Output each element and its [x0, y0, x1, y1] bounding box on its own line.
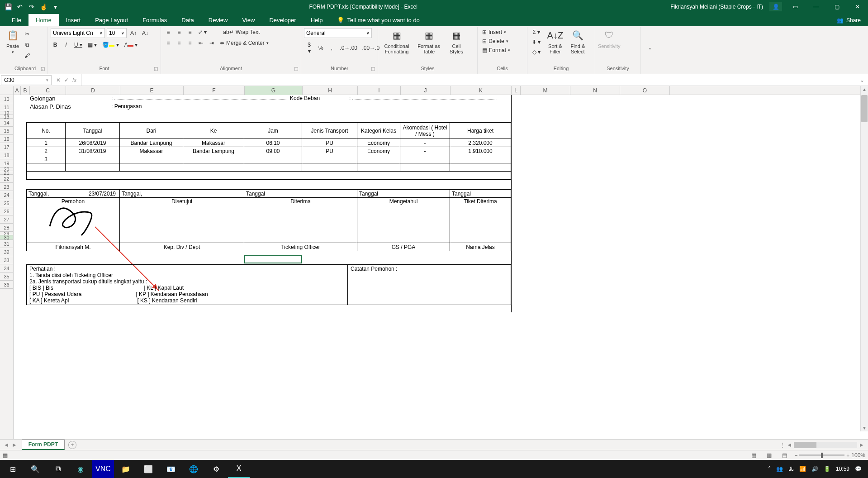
fill-color-button[interactable]: 🪣 ▾: [100, 41, 120, 49]
col-header[interactable]: M: [521, 86, 570, 95]
format-painter-icon[interactable]: 🖌: [23, 52, 32, 60]
row-header[interactable]: 27: [0, 215, 13, 224]
task-view-icon[interactable]: ⧉: [47, 460, 69, 478]
dialog-launcher-icon[interactable]: ◲: [154, 66, 158, 71]
minimize-icon[interactable]: —: [806, 0, 826, 14]
add-sheet-button[interactable]: +: [68, 441, 76, 449]
merge-center-button[interactable]: ⬌Merge & Center▾: [218, 39, 270, 47]
sensitivity-button[interactable]: 🛡Sensitivity: [598, 28, 621, 49]
row-header[interactable]: 31: [0, 240, 13, 248]
zoom-control[interactable]: − + 100%: [794, 452, 865, 459]
font-name-select[interactable]: Univers Light Cn∨: [51, 28, 105, 38]
comma-icon[interactable]: ,: [327, 44, 336, 52]
row-header[interactable]: 14: [0, 119, 13, 127]
page-break-view-icon[interactable]: ▤: [779, 452, 790, 459]
row-header[interactable]: 36: [0, 281, 13, 289]
col-header[interactable]: C: [30, 86, 66, 95]
wrap-text-button[interactable]: ab↵Wrap Text: [221, 28, 261, 36]
taskbar-app[interactable]: ◉: [70, 460, 91, 478]
col-header[interactable]: I: [358, 86, 401, 95]
undo-icon[interactable]: ↶: [15, 3, 24, 10]
col-header[interactable]: D: [66, 86, 120, 95]
format-cells-button[interactable]: ▦Format▾: [480, 46, 512, 54]
collapse-ribbon-button[interactable]: ˄: [640, 27, 659, 74]
row-header[interactable]: 13: [0, 115, 13, 119]
save-icon[interactable]: 💾: [4, 3, 13, 10]
col-header[interactable]: F: [184, 86, 245, 95]
cells-area[interactable]: Golongan : Kode Beban : Alasan P. Dinas …: [14, 95, 860, 431]
align-bottom-icon[interactable]: ≡: [185, 28, 194, 36]
tab-developer[interactable]: Developer: [262, 14, 303, 26]
clear-icon[interactable]: ◇ ▾: [530, 48, 542, 56]
zoom-in-icon[interactable]: +: [846, 452, 849, 459]
macro-record-icon[interactable]: ▦: [3, 452, 8, 459]
sheet-nav-prev-icon[interactable]: ◄: [4, 442, 9, 448]
increase-decimal-icon[interactable]: .0→.00: [338, 44, 358, 52]
share-button[interactable]: 👥Share: [830, 14, 868, 26]
row-header[interactable]: 22: [0, 175, 13, 183]
paste-button[interactable]: 📋 Paste ▾: [5, 28, 20, 54]
col-header[interactable]: G: [245, 86, 303, 95]
search-icon[interactable]: 🔍: [24, 460, 46, 478]
user-name[interactable]: Fikriansyah Meilani (Staple Crops - IT): [667, 4, 767, 10]
increase-font-icon[interactable]: A↑: [128, 29, 138, 37]
taskbar-app[interactable]: VNC: [92, 460, 114, 478]
zoom-out-icon[interactable]: −: [794, 452, 797, 459]
tab-data[interactable]: Data: [174, 14, 201, 26]
scrollbar-thumb[interactable]: [861, 95, 868, 122]
tell-me[interactable]: 💡Tell me what you want to do: [330, 14, 427, 26]
row-header[interactable]: 26: [0, 207, 13, 215]
qat-more-icon[interactable]: ▾: [51, 3, 60, 10]
autosum-icon[interactable]: Σ ▾: [530, 28, 542, 36]
col-header[interactable]: B: [21, 86, 30, 95]
row-header[interactable]: 23: [0, 183, 13, 191]
tab-review[interactable]: Review: [201, 14, 235, 26]
horizontal-scrollbar[interactable]: [794, 442, 857, 448]
tab-page-layout[interactable]: Page Layout: [88, 14, 135, 26]
avatar[interactable]: 👤: [769, 2, 782, 11]
taskbar-app[interactable]: ⬜: [138, 460, 159, 478]
maximize-icon[interactable]: ▢: [826, 0, 847, 14]
find-select-button[interactable]: 🔍Find & Select: [568, 28, 588, 54]
align-top-icon[interactable]: ≡: [164, 28, 173, 36]
insert-cells-button[interactable]: ⊞Insert▾: [480, 28, 508, 36]
row-header[interactable]: 21: [0, 171, 13, 175]
decrease-decimal-icon[interactable]: .00→.0: [360, 44, 380, 52]
close-icon[interactable]: ✕: [847, 0, 868, 14]
align-center-icon[interactable]: ≡: [175, 39, 184, 47]
row-header[interactable]: 25: [0, 199, 13, 207]
row-header[interactable]: 10: [0, 95, 13, 103]
col-header[interactable]: O: [620, 86, 670, 95]
fx-icon[interactable]: fx: [72, 77, 76, 83]
col-header[interactable]: N: [570, 86, 620, 95]
sheet-tab[interactable]: Form PDPT: [22, 440, 65, 450]
cancel-formula-icon[interactable]: ✕: [56, 77, 61, 83]
underline-button[interactable]: U ▾: [72, 41, 84, 49]
tab-formulas[interactable]: Formulas: [135, 14, 174, 26]
copy-icon[interactable]: ⧉: [23, 41, 32, 49]
percent-icon[interactable]: %: [316, 44, 325, 52]
qat-touch-icon[interactable]: ☝: [39, 3, 48, 10]
tab-home[interactable]: Home: [28, 14, 59, 26]
col-header[interactable]: L: [512, 86, 521, 95]
decrease-indent-icon[interactable]: ⇤: [196, 39, 205, 47]
tab-insert[interactable]: Insert: [59, 14, 88, 26]
format-as-table-button[interactable]: ▦Format as Table: [415, 28, 442, 54]
border-button[interactable]: ▦ ▾: [86, 41, 99, 49]
dialog-launcher-icon[interactable]: ◲: [371, 66, 375, 71]
decrease-font-icon[interactable]: A↓: [140, 29, 150, 37]
increase-indent-icon[interactable]: ⇥: [207, 39, 216, 47]
font-color-button[interactable]: A ▾: [123, 41, 139, 49]
redo-icon[interactable]: ↷: [27, 3, 36, 10]
normal-view-icon[interactable]: ▦: [748, 452, 759, 459]
delete-cells-button[interactable]: ⊟Delete▾: [480, 37, 510, 45]
conditional-formatting-button[interactable]: ▦Conditional Formatting: [381, 28, 413, 54]
taskbar-chrome-icon[interactable]: 🌐: [183, 460, 204, 478]
cell-styles-button[interactable]: ▦Cell Styles: [445, 28, 468, 54]
formula-input[interactable]: [81, 74, 856, 86]
taskbar-app[interactable]: 📁: [115, 460, 137, 478]
font-size-select[interactable]: 10∨: [107, 28, 127, 38]
accounting-icon[interactable]: $ ▾: [304, 41, 314, 55]
orientation-icon[interactable]: ⤢ ▾: [196, 28, 209, 36]
page-layout-view-icon[interactable]: ▥: [764, 452, 774, 459]
